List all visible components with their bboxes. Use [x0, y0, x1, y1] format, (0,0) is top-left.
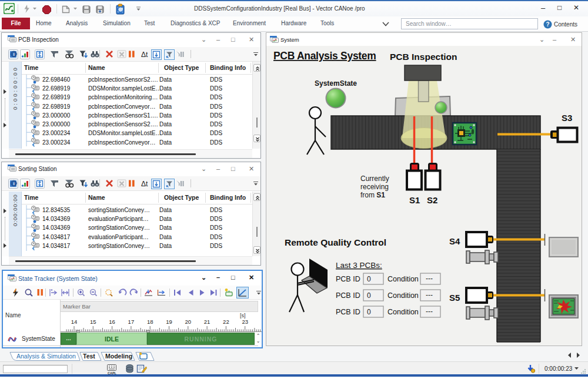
svg-text:PCB ID: PCB ID — [336, 275, 360, 283]
svg-text:16: 16 — [109, 318, 115, 325]
svg-text:Condition: Condition — [387, 308, 419, 316]
svg-text:PCB ID: PCB ID — [336, 291, 360, 300]
svg-text:Δt: Δt — [141, 51, 148, 59]
svg-text:---: --- — [426, 274, 433, 283]
svg-text:Condition: Condition — [387, 275, 419, 283]
svg-text:i: i — [13, 181, 14, 186]
svg-text:---: --- — [426, 307, 433, 316]
svg-text:Remote Quality Control: Remote Quality Control — [285, 237, 386, 247]
svg-text:Currently: Currently — [360, 175, 389, 183]
svg-text:[s]: [s] — [240, 313, 246, 318]
svg-text:15: 15 — [90, 318, 96, 325]
svg-text:21: 21 — [204, 318, 211, 325]
svg-text:22: 22 — [223, 318, 229, 325]
svg-text:14: 14 — [71, 318, 78, 325]
svg-text:Last 3 PCBs:: Last 3 PCBs: — [336, 261, 382, 270]
svg-text:PCB Inspection: PCB Inspection — [390, 52, 457, 62]
svg-text:S2: S2 — [427, 195, 437, 205]
svg-text:19: 19 — [166, 318, 172, 325]
svg-text:PCB Analysis System: PCB Analysis System — [273, 50, 376, 62]
svg-text:Condition: Condition — [387, 291, 419, 300]
svg-text:S3: S3 — [562, 113, 572, 123]
svg-text:Modeling: Modeling — [105, 353, 132, 360]
svg-text:---: --- — [426, 291, 433, 299]
svg-text:Δt: Δt — [141, 180, 148, 188]
svg-text:20: 20 — [185, 318, 192, 325]
svg-text:18: 18 — [147, 318, 153, 325]
svg-text:0: 0 — [367, 308, 371, 316]
svg-text:S5: S5 — [449, 293, 460, 303]
svg-text:0: 0 — [367, 291, 371, 300]
svg-text:receiving: receiving — [360, 183, 389, 191]
svg-text:17: 17 — [128, 318, 135, 325]
svg-text:SystemState: SystemState — [315, 79, 357, 88]
svg-text:S1: S1 — [409, 195, 420, 205]
svg-text:i: i — [13, 52, 14, 57]
svg-text:23: 23 — [242, 318, 248, 325]
svg-text:PCB ID: PCB ID — [336, 308, 360, 316]
svg-text:S4: S4 — [449, 236, 460, 246]
svg-text:?: ? — [546, 21, 549, 28]
svg-text:from S1: from S1 — [360, 191, 385, 199]
svg-text:0: 0 — [367, 275, 371, 283]
svg-text:Test: Test — [83, 353, 95, 360]
svg-text:Analysis & Simulation: Analysis & Simulation — [16, 353, 76, 360]
